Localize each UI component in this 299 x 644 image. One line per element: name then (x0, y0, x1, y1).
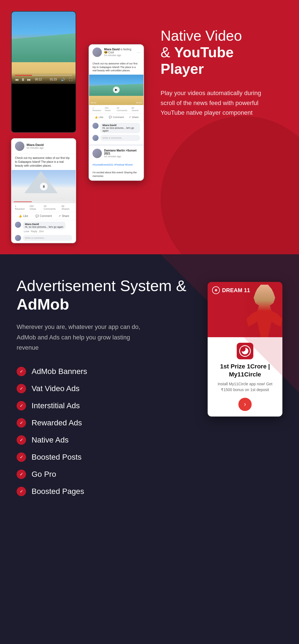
share-btn-2[interactable]: ↗ Share (126, 115, 141, 120)
ads-subtitle: Wherever you are, whatever your app can … (17, 322, 144, 353)
play-pause-icon[interactable]: ⏸ (21, 77, 25, 82)
write-comment-2: Write a comment... (92, 135, 140, 141)
comment-icon: 💬 (35, 214, 39, 218)
comment-item: Miara David Hi, so nice pictures... let'… (15, 222, 72, 233)
second-post-header: Damiano Martin >Sunset 2021 54 minutes a… (89, 146, 143, 161)
time-end-overlay: 01:23 (136, 101, 142, 104)
dream11-logo: ⊕ DREAM 11 (212, 286, 250, 294)
list-item-native: ✓ Native Ads (17, 435, 191, 445)
writer-avatar-2 (92, 135, 99, 141)
commenter-name: Miara David (25, 223, 63, 226)
comments-2: Miara David Hi, so nice pictures... let'… (89, 121, 143, 143)
love-label[interactable]: Love (24, 230, 29, 233)
list-item-boosted-posts: ✓ Boosted Posts (17, 452, 191, 462)
top-content: ⏮ ⏸ ⏭ 00:12 01:23 🔊 ⛶ (11, 11, 288, 243)
more-options-icon[interactable]: ··· (137, 50, 140, 54)
go-pro-label: Go Pro (32, 470, 56, 479)
native-label: Native Ads (32, 436, 69, 444)
reply-time: 25m (39, 230, 44, 233)
playback-buttons: ⏮ ⏸ ⏭ (15, 77, 31, 82)
post-header: Miara David 54 minutes ago (12, 139, 76, 154)
post-text-2: Check out my awesome video of our first … (89, 60, 143, 75)
list-item-interstitial: ✓ Interstitial Ads (17, 401, 191, 410)
post-meta-3: Damiano Martin >Sunset 2021 54 minutes a… (104, 149, 140, 158)
reactions-bar: 1 Reaction 250 Views 28 Comments 89 Shar… (12, 203, 76, 212)
check-icon-6: ✓ (17, 452, 26, 462)
reactions-2: 1 Reaction 250 Views 28 Comments 89 Shar… (89, 105, 143, 114)
list-item-rewarded: ✓ Rewarded Ads (17, 418, 191, 428)
views-count: 250 Views (30, 205, 40, 210)
admob-label: AdMob (17, 295, 69, 313)
check-icon-4: ✓ (17, 418, 26, 428)
reply-label[interactable]: Reply (31, 230, 37, 233)
check-icon-7: ✓ (17, 470, 26, 479)
top-section: ⏮ ⏸ ⏭ 00:12 01:23 🔊 ⛶ (0, 0, 299, 254)
forward-icon[interactable]: ⏭ (27, 77, 31, 82)
writer-avatar (15, 235, 21, 241)
avatar-3 (92, 149, 102, 158)
ad-card-header: ⊕ DREAM 11 (208, 282, 282, 337)
section-title-strong: YouTubePlayer (161, 44, 234, 77)
cta-arrow-icon: › (244, 401, 246, 408)
play-button-overlay[interactable]: ⏸ (40, 183, 48, 190)
admob-banners-label: AdMob Banners (32, 367, 87, 376)
volume-icon[interactable]: 🔊 (61, 78, 65, 82)
phone-fb-feed: Miara David is feeling 😎 Cool 54 minutes… (89, 44, 144, 181)
comments-2: 28 Comments (117, 107, 128, 112)
comment-btn-2[interactable]: 💬 Comment (108, 115, 125, 120)
post-username-2: Miara David is feeling 😎 Cool (104, 48, 135, 54)
check-icon-1: ✓ (17, 367, 26, 376)
post-actions-2: 👍 Like 💬 Comment ↗ Share (89, 114, 143, 121)
phone-video-top: ⏮ ⏸ ⏭ 00:12 01:23 🔊 ⛶ (11, 11, 76, 133)
check-icon-2: ✓ (17, 384, 26, 393)
rewarded-label: Rewarded Ads (32, 418, 82, 427)
post-actions: 👍 Like 💬 Comment ↗ Share (12, 212, 76, 220)
post-meta-2: Miara David is feeling 😎 Cool 54 minutes… (104, 48, 135, 57)
mini-progress (14, 201, 73, 202)
comment-bubble-2: Miara David Hi, so nice pictures... let'… (100, 123, 140, 133)
post-text-3: #SunsetEvent2021 #Festival #Event (89, 161, 143, 169)
comment-input[interactable]: Write a comment... (23, 235, 72, 241)
share-icon: ↗ (58, 214, 61, 218)
post-meta: Miara David 54 minutes ago (27, 143, 72, 149)
post-time-3: 54 minutes ago (104, 155, 140, 158)
commenter-avatar (15, 222, 21, 228)
check-icon-5: ✓ (17, 435, 26, 445)
vat-video-label: Vat Video Ads (32, 384, 79, 393)
post-time: 54 minutes ago (27, 146, 72, 149)
write-comment-row: Write a comment... (15, 235, 72, 241)
ad-cta-button[interactable]: › (238, 398, 252, 411)
like-btn-2[interactable]: 👍 Like (91, 115, 107, 120)
commenter-name-2: Miara David (102, 124, 138, 127)
progress-bar-fill (15, 75, 32, 76)
brand-logo-circle (237, 343, 253, 359)
check-icon-8: ✓ (17, 487, 26, 496)
share-icon-2: ↗ (129, 116, 131, 119)
placeholder-2: Write a comment... (102, 137, 123, 139)
like-icon-2: 👍 (95, 116, 98, 119)
post-text-3b: I'm excited about this event! Sharing th… (89, 169, 143, 180)
like-button[interactable]: 👍 Like (14, 213, 33, 219)
mini-time-bar (12, 201, 76, 202)
comment-input-2[interactable]: Write a comment... (100, 135, 140, 141)
controls-row: ⏮ ⏸ ⏭ 00:12 01:23 🔊 ⛶ (15, 77, 72, 82)
share-button[interactable]: ↗ Share (54, 213, 73, 219)
boosted-pages-label: Boosted Pages (32, 487, 84, 496)
fullscreen-icon[interactable]: ⛶ (69, 78, 72, 82)
shares-2: 89 Shares (132, 107, 140, 112)
second-post: Damiano Martin >Sunset 2021 54 minutes a… (89, 144, 143, 180)
post-username-3: Damiano Martin >Sunset 2021 (104, 149, 140, 155)
rewind-icon[interactable]: ⏮ (15, 77, 19, 82)
like-icon: 👍 (19, 214, 22, 218)
hashtags: #SunsetEvent2021 #Festival #Event (92, 163, 133, 166)
play-button-2[interactable]: ▶ (113, 87, 120, 93)
list-item-boosted-pages: ✓ Boosted Pages (17, 487, 191, 496)
comments-section: Miara David Hi, so nice pictures... let'… (12, 220, 76, 243)
video-area: ⏮ ⏸ ⏭ 00:12 01:23 🔊 ⛶ (12, 12, 76, 84)
comment-button[interactable]: 💬 Comment (34, 213, 53, 219)
user-name-2: Miara David (104, 48, 120, 51)
left-phones-column: ⏮ ⏸ ⏭ 00:12 01:23 🔊 ⛶ (11, 11, 78, 243)
middle-phone-column: Miara David is feeling 😎 Cool 54 minutes… (89, 44, 144, 243)
post-text: Check out my awesome video of our first … (12, 154, 76, 170)
section-description: Play your videos automatically during sc… (161, 88, 266, 117)
